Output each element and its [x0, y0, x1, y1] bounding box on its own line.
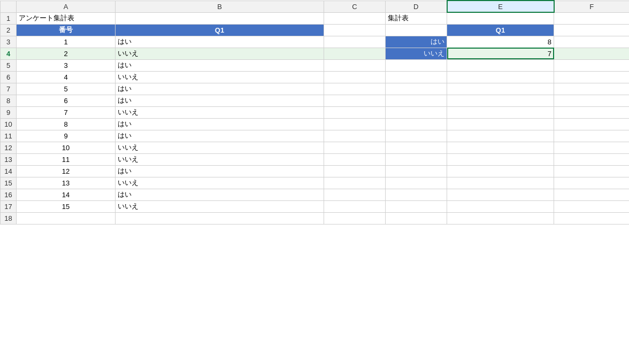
- cell-F1[interactable]: [554, 12, 630, 24]
- cell-D2[interactable]: [386, 24, 447, 36]
- cell-B4[interactable]: いいえ: [116, 48, 324, 59]
- cell-A5[interactable]: 3: [17, 59, 116, 71]
- cell-F15[interactable]: [554, 177, 630, 189]
- cell-C15[interactable]: [324, 177, 386, 189]
- cell-F9[interactable]: [554, 106, 630, 118]
- cell-C11[interactable]: [324, 130, 386, 142]
- cell-C4[interactable]: [324, 48, 386, 59]
- cell-A8[interactable]: 6: [17, 95, 116, 106]
- cell-D7[interactable]: [386, 83, 447, 95]
- cell-C9[interactable]: [324, 106, 386, 118]
- cell-D15[interactable]: [386, 177, 447, 189]
- cell-C17[interactable]: [324, 200, 386, 212]
- cell-B6[interactable]: いいえ: [116, 71, 324, 83]
- cell-A17[interactable]: 15: [17, 200, 116, 212]
- cell-F5[interactable]: [554, 59, 630, 71]
- cell-B18[interactable]: [116, 212, 324, 224]
- cell-F2[interactable]: [554, 24, 630, 36]
- cell-A16[interactable]: 14: [17, 189, 116, 200]
- col-header-D[interactable]: D: [386, 1, 447, 12]
- cell-E6[interactable]: [447, 71, 554, 83]
- cell-A10[interactable]: 8: [17, 118, 116, 130]
- cell-E11[interactable]: [447, 130, 554, 142]
- cell-F11[interactable]: [554, 130, 630, 142]
- cell-B11[interactable]: はい: [116, 130, 324, 142]
- cell-B10[interactable]: はい: [116, 118, 324, 130]
- cell-D12[interactable]: [386, 142, 447, 153]
- cell-D4[interactable]: いいえ: [386, 48, 447, 59]
- cell-F6[interactable]: [554, 71, 630, 83]
- cell-B14[interactable]: はい: [116, 165, 324, 177]
- cell-B8[interactable]: はい: [116, 95, 324, 106]
- cell-D6[interactable]: [386, 71, 447, 83]
- cell-D11[interactable]: [386, 130, 447, 142]
- cell-B16[interactable]: はい: [116, 189, 324, 200]
- cell-C3[interactable]: [324, 36, 386, 48]
- col-header-A[interactable]: A: [17, 1, 116, 12]
- cell-D16[interactable]: [386, 189, 447, 200]
- cell-E5[interactable]: [447, 59, 554, 71]
- cell-E15[interactable]: [447, 177, 554, 189]
- cell-B17[interactable]: いいえ: [116, 200, 324, 212]
- cell-A11[interactable]: 9: [17, 130, 116, 142]
- cell-E17[interactable]: [447, 200, 554, 212]
- cell-A6[interactable]: 4: [17, 71, 116, 83]
- cell-A18[interactable]: [17, 212, 116, 224]
- col-header-E[interactable]: E: [447, 1, 554, 12]
- cell-C6[interactable]: [324, 71, 386, 83]
- col-header-C[interactable]: C: [324, 1, 386, 12]
- cell-B13[interactable]: いいえ: [116, 153, 324, 165]
- cell-E9[interactable]: [447, 106, 554, 118]
- cell-B3[interactable]: はい: [116, 36, 324, 48]
- cell-B12[interactable]: いいえ: [116, 142, 324, 153]
- cell-A12[interactable]: 10: [17, 142, 116, 153]
- cell-C16[interactable]: [324, 189, 386, 200]
- cell-D1[interactable]: 集計表: [386, 12, 447, 24]
- cell-C8[interactable]: [324, 95, 386, 106]
- cell-F14[interactable]: [554, 165, 630, 177]
- cell-D5[interactable]: [386, 59, 447, 71]
- cell-C13[interactable]: [324, 153, 386, 165]
- cell-C5[interactable]: [324, 59, 386, 71]
- cell-B7[interactable]: はい: [116, 83, 324, 95]
- cell-C10[interactable]: [324, 118, 386, 130]
- cell-F7[interactable]: [554, 83, 630, 95]
- cell-F4[interactable]: [554, 48, 630, 59]
- cell-E14[interactable]: [447, 165, 554, 177]
- cell-A1[interactable]: アンケート集計表: [17, 12, 116, 24]
- cell-D14[interactable]: [386, 165, 447, 177]
- cell-C1[interactable]: [324, 12, 386, 24]
- cell-C12[interactable]: [324, 142, 386, 153]
- cell-E4[interactable]: 7: [447, 48, 554, 59]
- cell-D18[interactable]: [386, 212, 447, 224]
- cell-F13[interactable]: [554, 153, 630, 165]
- cell-D3[interactable]: はい: [386, 36, 447, 48]
- cell-D9[interactable]: [386, 106, 447, 118]
- cell-C14[interactable]: [324, 165, 386, 177]
- cell-D8[interactable]: [386, 95, 447, 106]
- cell-E1[interactable]: [447, 12, 554, 24]
- cell-A9[interactable]: 7: [17, 106, 116, 118]
- cell-E18[interactable]: [447, 212, 554, 224]
- cell-A13[interactable]: 11: [17, 153, 116, 165]
- col-header-F[interactable]: F: [554, 1, 630, 12]
- cell-E3[interactable]: 8: [447, 36, 554, 48]
- cell-A7[interactable]: 5: [17, 83, 116, 95]
- cell-A3[interactable]: 1: [17, 36, 116, 48]
- cell-B2[interactable]: Q1: [116, 24, 324, 36]
- cell-E10[interactable]: [447, 118, 554, 130]
- cell-B5[interactable]: はい: [116, 59, 324, 71]
- cell-A15[interactable]: 13: [17, 177, 116, 189]
- cell-D10[interactable]: [386, 118, 447, 130]
- cell-F16[interactable]: [554, 189, 630, 200]
- cell-F10[interactable]: [554, 118, 630, 130]
- cell-E13[interactable]: [447, 153, 554, 165]
- cell-F8[interactable]: [554, 95, 630, 106]
- cell-C18[interactable]: [324, 212, 386, 224]
- cell-A4[interactable]: 2: [17, 48, 116, 59]
- cell-F3[interactable]: [554, 36, 630, 48]
- cell-D13[interactable]: [386, 153, 447, 165]
- cell-E12[interactable]: [447, 142, 554, 153]
- cell-E7[interactable]: [447, 83, 554, 95]
- cell-B9[interactable]: いいえ: [116, 106, 324, 118]
